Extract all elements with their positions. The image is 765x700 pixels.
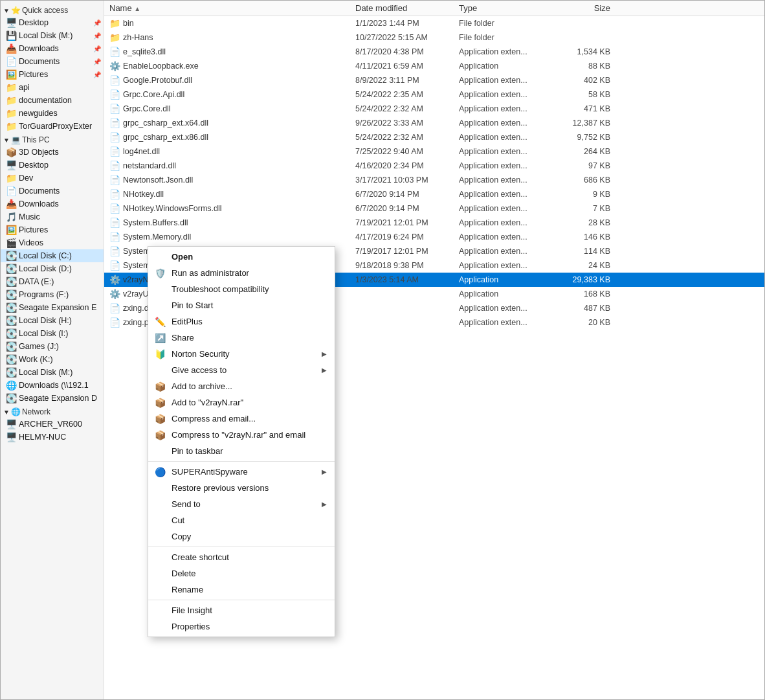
context-menu-items: Open🛡️Run as administratorTroubleshoot c… [148,249,335,635]
sidebar-work-k[interactable]: 💽 Work (K:) [1,353,104,366]
sidebar-data-e[interactable]: 💽 DATA (E:) [1,275,104,288]
col-size-header[interactable]: Size [551,2,615,14]
table-row[interactable]: 📄 NHotkey.dll 6/7/2020 9:14 PM Applicati… [104,187,764,201]
ctx-giveaccess[interactable]: Give access to▶ [148,362,335,378]
sidebar-desktop2[interactable]: 🖥️ Desktop [1,159,104,172]
ctx-open[interactable]: Open [148,249,335,265]
table-row[interactable]: 📄 netstandard.dll 4/16/2020 2:34 PM Appl… [104,159,764,173]
ctx-restore[interactable]: Restore previous versions [148,480,335,496]
dll-icon: 📄 [109,232,120,242]
sidebar-downloads[interactable]: 📥 Downloads 📌 [1,42,104,55]
ctx-delete[interactable]: Delete [148,565,335,581]
sidebar-api[interactable]: 📁 api [1,81,104,94]
sidebar-desktop[interactable]: 🖥️ Desktop 📌 [1,16,104,29]
table-row[interactable]: 📁 bin 1/1/2023 1:44 PM File folder [104,16,764,30]
sidebar-downloads2[interactable]: 📥 Downloads [1,198,104,210]
sidebar-downloads-net[interactable]: 🌐 Downloads (\\192.1 [1,379,104,392]
sidebar-music[interactable]: 🎵 Music [1,210,104,223]
col-date-header[interactable]: Date modified [350,2,454,14]
file-name: 📄 Grpc.Core.dll [104,102,350,115]
ctx-troubleshoot-label: Troubleshoot compatibility [172,284,269,294]
sidebar-torguard[interactable]: 📁 TorGuardProxyExter [1,120,104,133]
ctx-super[interactable]: 🔵SUPERAntiSpyware▶ [148,464,335,480]
sidebar-local-c[interactable]: 💽 Local Disk (C:) [1,249,104,262]
sidebar-local-i[interactable]: 💽 Local Disk (I:) [1,327,104,340]
dll-icon: 📄 [109,132,120,142]
ctx-properties[interactable]: Properties [148,618,335,635]
ctx-compress-email[interactable]: 📦Compress and email... [148,411,335,427]
table-row[interactable]: 📄 Grpc.Core.Api.dll 5/24/2022 2:35 AM Ap… [104,87,764,102]
sidebar-network-header[interactable]: ▼ 🌐 Network [1,405,104,418]
table-row[interactable]: 📄 System.Memory.dll 4/17/2019 6:24 PM Ap… [104,230,764,244]
table-row[interactable]: 📄 Google.Protobuf.dll 8/9/2022 3:11 PM A… [104,73,764,87]
file-size: 114 KB [551,245,615,257]
ctx-norton-arrow: ▶ [322,350,327,357]
table-row[interactable]: 📄 e_sqlite3.dll 8/17/2020 4:38 PM Applic… [104,45,764,59]
file-type: Application exten... [454,146,551,157]
ctx-editplus[interactable]: ✏️EditPlus [148,313,335,330]
dll-icon: 📄 [109,47,120,57]
sidebar-helmy[interactable]: 🖥️ HELMY-NUC [1,431,104,444]
downloads-icon: 📥 [6,43,16,54]
ctx-sendto[interactable]: Send to▶ [148,496,335,512]
dll-icon: 📄 [109,303,120,313]
sidebar-thispc-header[interactable]: ▼ 💻 This PC [1,133,104,146]
ctx-copy[interactable]: Copy [148,528,335,545]
col-name-header[interactable]: Name ▲ [104,2,350,14]
sidebar-newguides[interactable]: 📁 newguides [1,107,104,120]
ctx-editplus-icon: ✏️ [155,317,166,327]
sidebar-quickaccess-header[interactable]: ▼ ⭐ Quick access [1,3,104,16]
ctx-addtoarchive[interactable]: 📦Add to archive... [148,378,335,394]
table-row[interactable]: 📄 grpc_csharp_ext.x86.dll 5/24/2022 2:32… [104,130,764,144]
sidebar-local-d[interactable]: 💽 Local Disk (D:) [1,262,104,275]
file-name: 📄 grpc_csharp_ext.x86.dll [104,131,350,144]
context-menu-separator [148,600,335,600]
ctx-cut[interactable]: Cut [148,512,335,528]
sidebar-local-h[interactable]: 💽 Local Disk (H:) [1,314,104,327]
sidebar-3dobjects[interactable]: 📦 3D Objects [1,146,104,159]
sidebar-archer[interactable]: 🖥️ ARCHER_VR600 [1,418,104,431]
file-name: 📁 zh-Hans [104,31,350,44]
ctx-runas[interactable]: 🛡️Run as administrator [148,265,335,281]
table-row[interactable]: 📄 NHotkey.WindowsForms.dll 6/7/2020 9:14… [104,201,764,216]
sidebar-dev[interactable]: 📁 Dev [1,172,104,185]
col-type-header[interactable]: Type [454,2,551,14]
sidebar-seagate-d[interactable]: 💽 Seagate Expansion D [1,392,104,405]
ctx-troubleshoot[interactable]: Troubleshoot compatibility [148,281,335,297]
ctx-compress-rar-email[interactable]: 📦Compress to "v2rayN.rar" and email [148,427,335,443]
ctx-createshortcut[interactable]: Create shortcut [148,549,335,565]
ctx-copy-label: Copy [172,532,191,541]
sidebar-pictures2[interactable]: 🖼️ Pictures [1,223,104,236]
table-row[interactable]: 📄 Newtonsoft.Json.dll 3/17/2021 10:03 PM… [104,173,764,187]
ctx-share[interactable]: ↗️Share [148,330,335,346]
file-size: 402 KB [551,74,615,86]
file-date: 4/17/2019 6:24 PM [350,231,454,243]
sidebar-documents2[interactable]: 📄 Documents [1,185,104,198]
sidebar-programs-f[interactable]: 💽 Programs (F:) [1,288,104,301]
sidebar-documents[interactable]: 📄 Documents 📌 [1,55,104,68]
sidebar-seagate1[interactable]: 💽 Seagate Expansion E [1,301,104,314]
sidebar-local-disk-m[interactable]: 💾 Local Disk (M:) 📌 [1,29,104,42]
table-row[interactable]: 📄 grpc_csharp_ext.x64.dll 9/26/2022 3:33… [104,116,764,130]
table-row[interactable]: 📄 Grpc.Core.dll 5/24/2022 2:32 AM Applic… [104,102,764,116]
table-row[interactable]: 📁 zh-Hans 10/27/2022 5:15 AM File folder [104,30,764,45]
ctx-norton[interactable]: 🔰Norton Security▶ [148,346,335,362]
sidebar-pictures[interactable]: 🖼️ Pictures 📌 [1,68,104,81]
ctx-pin-start[interactable]: Pin to Start [148,297,335,313]
ctx-fileinsight[interactable]: File Insight [148,602,335,618]
file-type: File folder [454,32,551,43]
table-row[interactable]: ⚙️ EnableLoopback.exe 4/11/2021 6:59 AM … [104,59,764,73]
table-row[interactable]: 📄 System.Buffers.dll 7/19/2021 12:01 PM … [104,216,764,230]
file-type: Application exten... [454,46,551,58]
sidebar-documentation[interactable]: 📁 documentation [1,94,104,107]
sidebar-videos[interactable]: 🎬 Videos [1,236,104,249]
ctx-pin-taskbar[interactable]: Pin to taskbar [148,443,335,459]
ctx-addtorar[interactable]: 📦Add to "v2rayN.rar" [148,394,335,411]
ctx-rename[interactable]: Rename [148,581,335,598]
table-row[interactable]: 📄 log4net.dll 7/25/2022 9:40 AM Applicat… [104,144,764,159]
sidebar-games-j[interactable]: 💽 Games (J:) [1,340,104,353]
file-size: 264 KB [551,146,615,157]
folder-icon: 📁 [6,82,16,93]
file-date: 4/16/2020 2:34 PM [350,160,454,172]
sidebar-local-m2[interactable]: 💽 Local Disk (M:) [1,366,104,379]
